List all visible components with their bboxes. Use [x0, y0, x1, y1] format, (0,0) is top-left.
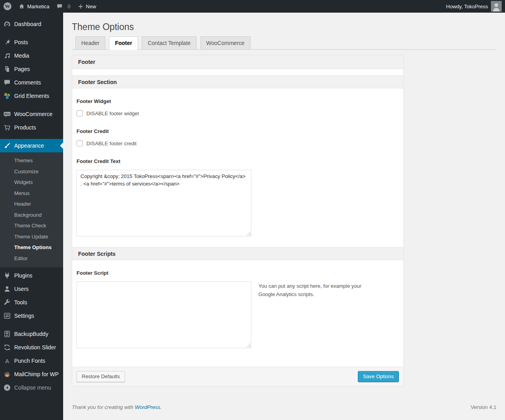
sidebar-item-products[interactable]: Products	[0, 121, 63, 134]
pages-icon	[3, 65, 11, 73]
submenu-item-background[interactable]: Background	[0, 210, 63, 221]
sidebar-item-collapse-menu[interactable]: Collapse menu	[0, 381, 63, 394]
sidebar-item-revolution-slider[interactable]: Revolution Slider	[0, 341, 63, 354]
appearance-submenu: Themes Customize Widgets Menus Header Ba…	[0, 152, 63, 267]
checkbox-label: DISABLE footer widget	[86, 111, 139, 116]
thanks-suffix: .	[160, 404, 162, 410]
submenu-item-header[interactable]: Header	[0, 199, 63, 210]
backupbuddy-drive-icon	[3, 330, 11, 338]
disable-footer-credit-checkbox[interactable]	[77, 140, 83, 146]
comments-icon	[3, 79, 11, 86]
disable-footer-widget-row: DISABLE footer widget	[77, 110, 399, 116]
wordpress-link[interactable]: WordPress	[135, 404, 160, 410]
collapse-arrow-icon	[3, 384, 11, 392]
sidebar-item-grid-elements[interactable]: Grid Elements	[0, 89, 63, 103]
sidebar-item-mailchimp[interactable]: MailChimp for WP	[0, 368, 63, 381]
grid-elements-icon	[3, 92, 11, 100]
appearance-brush-icon	[3, 142, 11, 150]
menu-separator	[0, 31, 63, 36]
menu-separator	[0, 103, 63, 107]
restore-defaults-button[interactable]: Restore Defaults	[77, 371, 125, 382]
cart-icon	[3, 124, 11, 131]
submenu-item-theme-options[interactable]: Theme Options	[0, 242, 63, 253]
disable-footer-credit-row: DISABLE footer credit	[77, 140, 399, 146]
panel-action-bar: Restore Defaults Save Options	[72, 367, 403, 386]
submenu-item-themes[interactable]: Themes	[0, 155, 63, 166]
sidebar-item-tools[interactable]: Tools	[0, 296, 63, 309]
footer-credit-text-label: Footer Credit Text	[77, 158, 399, 164]
sidebar-item-users[interactable]: Users	[0, 282, 63, 296]
plugin-icon	[3, 272, 11, 279]
sidebar-item-plugins[interactable]: Plugins	[0, 269, 63, 282]
footer-credit-text-wrap: Copyright &copy; 2015 TokoPress<span><a …	[77, 170, 251, 236]
plus-icon	[78, 4, 84, 9]
submenu-item-menus[interactable]: Menus	[0, 188, 63, 199]
sidebar-item-label: Settings	[14, 313, 34, 319]
tab-woocommerce[interactable]: WooCommerce	[200, 36, 251, 49]
wordpress-logo-icon: W	[4, 2, 11, 10]
sidebar-item-label: Pages	[14, 66, 30, 72]
sidebar-item-label: Grid Elements	[14, 93, 49, 99]
version-text: Version 4.1	[471, 404, 496, 410]
footer-credit-label: Footer Credit	[77, 128, 399, 134]
tab-footer[interactable]: Footer	[109, 36, 138, 50]
refresh-arrows-icon	[3, 343, 11, 351]
sidebar-item-label: Punch Fonts	[14, 358, 45, 364]
thanks-prefix: Thank you for creating with	[72, 404, 135, 410]
submenu-item-editor[interactable]: Editor	[0, 253, 63, 264]
sidebar-item-label: Media	[14, 52, 29, 59]
sidebar-item-woocommerce[interactable]: Woo WooCommerce	[0, 107, 63, 121]
panel-title: Footer	[72, 55, 403, 69]
footer-script-textarea[interactable]	[77, 281, 251, 348]
sidebar-item-posts[interactable]: Posts	[0, 36, 63, 49]
sidebar-item-label: Plugins	[14, 272, 32, 279]
submenu-item-customize[interactable]: Customize	[0, 166, 63, 177]
wordpress-logo-menu[interactable]: W	[0, 0, 15, 13]
svg-text:Woo: Woo	[4, 112, 10, 115]
sidebar-item-punch-fonts[interactable]: A Punch Fonts	[0, 354, 63, 368]
media-notes-icon	[3, 52, 11, 60]
sidebar-item-settings[interactable]: Settings	[0, 309, 63, 322]
sidebar-item-dashboard[interactable]: Dashboard	[0, 17, 63, 31]
sidebar-item-appearance[interactable]: Appearance	[0, 139, 63, 152]
sidebar-item-media[interactable]: Media	[0, 49, 63, 62]
submenu-item-theme-check[interactable]: Theme Check	[0, 220, 63, 231]
disable-footer-widget-checkbox[interactable]	[77, 110, 83, 116]
account-menu[interactable]: Howdy, TokoPress	[443, 0, 505, 13]
sidebar-item-label: MailChimp for WP	[14, 371, 59, 377]
submenu-item-theme-update[interactable]: Theme Update	[0, 231, 63, 242]
admin-content-area: Theme Options Header Footer Contact Temp…	[63, 13, 505, 420]
new-content-menu[interactable]: New	[74, 0, 100, 13]
tab-contact-template[interactable]: Contact Template	[142, 36, 196, 49]
tab-header[interactable]: Header	[75, 36, 105, 49]
menu-separator	[0, 134, 63, 139]
menu-separator	[0, 322, 63, 327]
site-name: Marketica	[27, 4, 49, 9]
settings-sliders-icon	[3, 312, 11, 320]
sidebar-item-label: Posts	[14, 39, 28, 45]
sidebar-item-comments[interactable]: Comments	[0, 76, 63, 89]
footer-script-label: Footer Script	[77, 270, 399, 276]
sidebar-item-label: Users	[14, 286, 29, 292]
sidebar-item-backupbuddy[interactable]: BackupBuddy	[0, 327, 63, 341]
comments-bubble[interactable]: 0	[53, 0, 74, 13]
theme-options-panel: Footer Footer Section Footer Widget DISA…	[72, 55, 404, 386]
home-icon	[19, 3, 25, 9]
woocommerce-icon: Woo	[3, 110, 11, 118]
sidebar-item-pages[interactable]: Pages	[0, 62, 63, 76]
sidebar-item-label: Tools	[14, 299, 27, 306]
admin-footer: Thank you for creating with WordPress. V…	[72, 404, 496, 410]
sidebar-item-label: Appearance	[14, 142, 44, 149]
sidebar-item-label: Products	[14, 124, 36, 131]
site-link[interactable]: Marketica	[15, 0, 53, 13]
page-title: Theme Options	[72, 13, 496, 33]
admin-bar: W Marketica 0 New Howdy, TokoPress	[0, 0, 505, 13]
wrench-icon	[3, 298, 11, 306]
sidebar-item-label: BackupBuddy	[14, 331, 48, 337]
footer-scripts-header: Footer Scripts	[72, 247, 403, 260]
save-options-button[interactable]: Save Options	[358, 371, 399, 382]
sidebar-item-label: Dashboard	[14, 21, 41, 27]
footer-widget-label: Footer Widget	[77, 98, 399, 104]
footer-credit-text-textarea[interactable]: Copyright &copy; 2015 TokoPress<span><a …	[77, 170, 251, 236]
submenu-item-widgets[interactable]: Widgets	[0, 177, 63, 188]
